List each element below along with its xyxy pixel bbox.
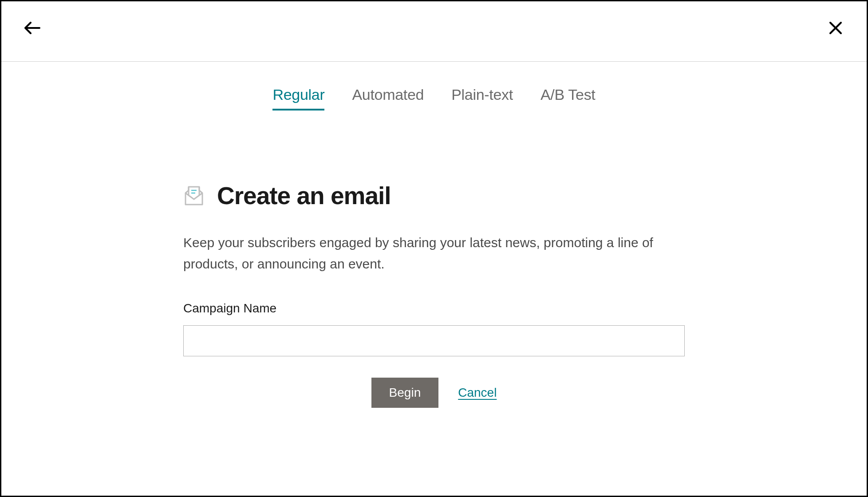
modal-header	[1, 1, 867, 62]
tab-regular[interactable]: Regular	[272, 86, 324, 110]
campaign-name-input[interactable]	[183, 325, 685, 356]
cancel-button[interactable]: Cancel	[458, 386, 497, 400]
main-content: Create an email Keep your subscribers en…	[183, 115, 685, 408]
arrow-left-icon	[24, 22, 40, 34]
close-icon	[829, 21, 842, 35]
tab-ab-test[interactable]: A/B Test	[541, 86, 596, 110]
tab-bar: Regular Automated Plain-text A/B Test	[1, 62, 867, 115]
action-bar: Begin Cancel	[183, 378, 685, 408]
tab-automated[interactable]: Automated	[352, 86, 424, 110]
title-row: Create an email	[183, 181, 685, 210]
tab-plain-text[interactable]: Plain-text	[451, 86, 513, 110]
close-button[interactable]	[827, 19, 844, 37]
page-title: Create an email	[217, 181, 391, 210]
begin-button[interactable]: Begin	[371, 378, 439, 408]
campaign-name-label: Campaign Name	[183, 301, 685, 316]
back-button[interactable]	[24, 19, 41, 37]
page-description: Keep your subscribers engaged by sharing…	[183, 232, 685, 275]
email-icon	[183, 185, 205, 206]
